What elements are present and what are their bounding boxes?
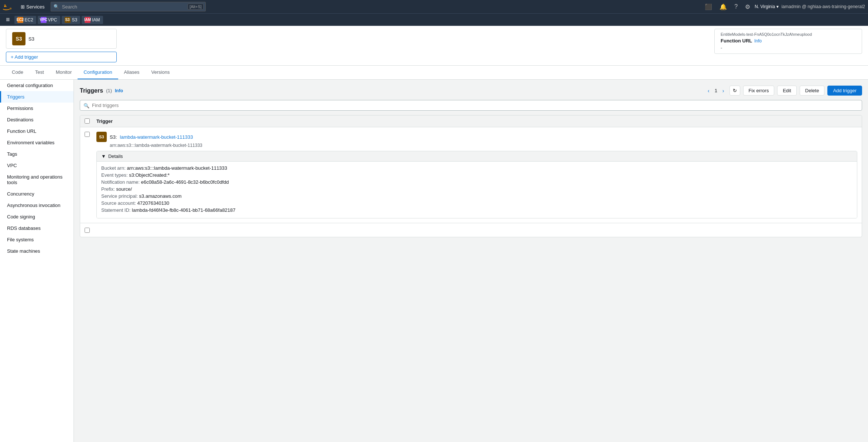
fix-errors-button[interactable]: Fix errors — [743, 86, 775, 96]
detail-notification-name: Notification name: e6c08a58-2a6c-4691-8c… — [101, 179, 852, 185]
notification-name-value: e6c08a58-2a6c-4691-8c32-b6bc0fc0dfdd — [141, 179, 229, 185]
user-region[interactable]: N. Virginia ▾ — [755, 4, 778, 9]
select-all-checkbox[interactable] — [85, 118, 90, 124]
section-title: Triggers (1) Info — [80, 87, 123, 94]
statement-id-value: lambda-fd46f43e-fb8c-4061-bb71-68a66fa82… — [132, 207, 235, 213]
triggers-search-input[interactable] — [80, 100, 862, 111]
prev-page-button[interactable]: ‹ — [705, 87, 712, 94]
details-label: Details — [108, 153, 123, 159]
ec2-label: EC2 — [25, 17, 33, 23]
iam-icon: IAM — [85, 17, 90, 23]
service-principal-value: s3.amazonaws.com — [139, 193, 182, 199]
aws-logo[interactable] — [3, 3, 15, 10]
tab-versions[interactable]: Versions — [146, 66, 176, 79]
triggers-section-header: Triggers (1) Info ‹ 1 › ↻ Fix errors Edi… — [80, 86, 862, 96]
trigger-name-row: S3 S3: lambda-watermark-bucket-111333 — [96, 132, 857, 142]
add-trigger-button[interactable]: + Add trigger — [6, 52, 117, 62]
trigger-name-link[interactable]: lambda-watermark-bucket-111333 — [120, 134, 193, 140]
top-panel: S3 S3 + Add trigger EntitleModels-test-F… — [0, 26, 868, 66]
sidebar-item-monitoring[interactable]: Monitoring and operations tools — [0, 171, 74, 188]
function-url-info-link[interactable]: Info — [754, 38, 762, 44]
sidebar-item-triggers[interactable]: Triggers — [0, 91, 74, 103]
search-icon: 🔍 — [83, 103, 89, 108]
triggers-search: 🔍 — [80, 100, 862, 111]
sidebar-item-function-url[interactable]: Function URL — [0, 125, 74, 137]
main-layout: General configuration Triggers Permissio… — [0, 80, 868, 442]
bell-icon[interactable]: 🔔 — [718, 2, 728, 12]
triggers-table: Trigger S3 S3: lambda-watermark-bucket-1… — [80, 115, 862, 237]
nav-icons: ⬛ 🔔 ? ⚙ — [703, 2, 752, 12]
grid-icon: ⊞ — [21, 4, 25, 10]
tab-aliases[interactable]: Aliases — [118, 66, 146, 79]
vpc-label: VPC — [48, 17, 57, 23]
ec2-chip[interactable]: EC2 EC2 — [14, 16, 36, 24]
search-shortcut: [Alt+S] — [188, 4, 204, 10]
add-trigger-table-button[interactable]: Add trigger — [827, 86, 862, 96]
services-menu-button[interactable]: ⊞ Services — [18, 3, 48, 11]
settings-icon[interactable]: ⚙ — [744, 2, 752, 12]
sidebar-item-code-signing[interactable]: Code signing — [0, 211, 74, 222]
sidebar-item-rds[interactable]: RDS databases — [0, 222, 74, 234]
help-icon[interactable]: ? — [733, 2, 739, 11]
sidebar: General configuration Triggers Permissio… — [0, 80, 74, 442]
function-url-panel: EntitleModels-test-FnA5Q0o1ocnTkJzAhmeup… — [714, 29, 862, 54]
cloud-icon[interactable]: ⬛ — [703, 2, 714, 12]
search-input[interactable] — [51, 2, 206, 11]
details-chevron-icon: ▼ — [101, 153, 106, 159]
services-label: Services — [26, 4, 45, 10]
hamburger-icon[interactable]: ≡ — [3, 14, 13, 25]
trigger-prefix: S3: — [110, 134, 117, 140]
detail-source-account: Source account: 472076340130 — [101, 200, 852, 206]
next-page-button[interactable]: › — [720, 87, 727, 94]
sidebar-item-vpc[interactable]: VPC — [0, 160, 74, 171]
vpc-chip[interactable]: VPC VPC — [38, 16, 60, 24]
sidebar-item-permissions[interactable]: Permissions — [0, 103, 74, 114]
sidebar-item-destinations[interactable]: Destinations — [0, 114, 74, 125]
iam-chip[interactable]: IAM IAM — [82, 16, 103, 24]
trigger-arn: arn:aws:s3:::lambda-watermark-bucket-111… — [110, 143, 857, 148]
content-area: S3 S3 + Add trigger EntitleModels-test-F… — [0, 26, 868, 442]
page-number: 1 — [713, 87, 719, 94]
s3-chip[interactable]: S3 S3 — [62, 16, 81, 24]
details-box: ▼ Details Bucket arn: arn:aws:s3:::lambd… — [96, 151, 857, 218]
delete-button[interactable]: Delete — [800, 86, 825, 96]
trigger-row-2-checkbox[interactable] — [85, 228, 90, 233]
s3-icon: S3 — [65, 17, 71, 23]
edit-button[interactable]: Edit — [777, 86, 796, 96]
main-content: Triggers (1) Info ‹ 1 › ↻ Fix errors Edi… — [74, 80, 868, 442]
service-bar: ≡ EC2 EC2 VPC VPC S3 S3 IAM IAM — [0, 13, 868, 26]
s3-trigger-icon: S3 — [96, 132, 107, 142]
tab-monitor[interactable]: Monitor — [50, 66, 78, 79]
tabs-bar: Code Test Monitor Configuration Aliases … — [0, 66, 868, 80]
tab-configuration[interactable]: Configuration — [78, 66, 118, 79]
sidebar-item-tags[interactable]: Tags — [0, 148, 74, 160]
sidebar-item-file-systems[interactable]: File systems — [0, 234, 74, 245]
tab-test[interactable]: Test — [29, 66, 50, 79]
sidebar-item-state-machines[interactable]: State machines — [0, 245, 74, 257]
function-url-value: - — [721, 45, 856, 51]
details-header[interactable]: ▼ Details — [97, 151, 857, 162]
trigger-row-checkbox[interactable] — [85, 132, 90, 137]
triggers-info-link[interactable]: Info — [115, 88, 123, 93]
top-navigation: ⊞ Services 🔍 [Alt+S] ⬛ 🔔 ? ⚙ N. Virginia… — [0, 0, 868, 13]
source-account-value: 472076340130 — [137, 200, 170, 206]
s3-label: S3 — [72, 17, 78, 23]
tab-code[interactable]: Code — [6, 66, 29, 79]
detail-event-types: Event types: s3:ObjectCreated:* — [101, 172, 852, 178]
search-icon: 🔍 — [54, 4, 59, 9]
bucket-arn-value: arn:aws:s3:::lambda-watermark-bucket-111… — [127, 165, 227, 171]
sidebar-item-concurrency[interactable]: Concurrency — [0, 188, 74, 200]
detail-prefix: Prefix: source/ — [101, 186, 852, 192]
user-account: iamadmin @ nghiaa-aws-training-general2 — [782, 4, 865, 9]
function-url-label: Function URL — [721, 38, 752, 44]
sidebar-item-environment-variables[interactable]: Environment variables — [0, 137, 74, 148]
refresh-button[interactable]: ↻ — [729, 86, 740, 96]
triggers-count: (1) — [106, 88, 112, 93]
details-body: Bucket arn: arn:aws:s3:::lambda-watermar… — [97, 162, 857, 218]
prefix-value: source/ — [116, 186, 132, 192]
sidebar-item-async-invocation[interactable]: Asynchronous invocation — [0, 200, 74, 211]
section-actions: ‹ 1 › ↻ Fix errors Edit Delete Add trigg… — [705, 86, 862, 96]
sidebar-item-general-configuration[interactable]: General configuration — [0, 80, 74, 91]
s3-large-icon: S3 — [12, 32, 25, 45]
ec2-icon: EC2 — [17, 17, 23, 23]
